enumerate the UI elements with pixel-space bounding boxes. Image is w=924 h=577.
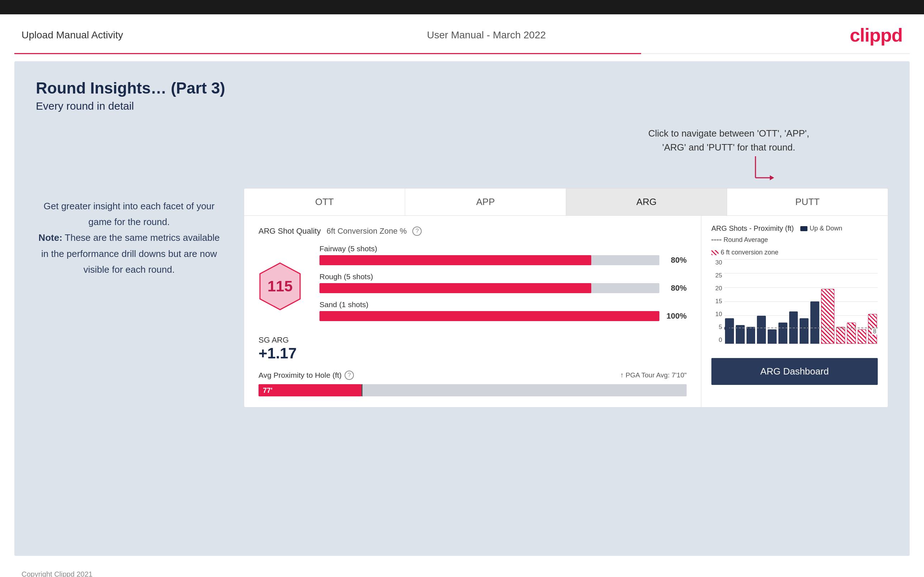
proximity-bar-fill	[258, 384, 362, 396]
bar-pct-fairway: 80%	[665, 256, 687, 265]
legend-box-up-down	[800, 226, 808, 231]
annotation-area: Click to navigate between 'OTT', 'APP','…	[244, 127, 888, 155]
hex-score-value: 115	[268, 278, 292, 295]
legend-round-avg: Round Average	[711, 236, 768, 244]
annotation-arrow	[752, 155, 777, 187]
y-axis: 30 25 20 15 10 5 0	[711, 259, 724, 352]
tab-app[interactable]: APP	[405, 189, 566, 215]
bar-outer-sand	[320, 311, 659, 321]
bar-track-fairway: 80%	[320, 255, 687, 265]
upload-label: Upload Manual Activity	[21, 29, 123, 41]
legend-dashed-line	[711, 239, 721, 240]
bar-section: Fairway (5 shots) 80% Rou	[320, 244, 687, 328]
arrow-area	[244, 155, 888, 187]
bar-label-rough: Rough (5 shots)	[320, 272, 687, 281]
proximity-help-icon[interactable]: ?	[344, 371, 354, 380]
svg-marker-2	[770, 175, 774, 180]
sg-arg-label: SG ARG	[258, 335, 687, 345]
bar-10	[821, 289, 834, 344]
grid-line-0	[724, 344, 878, 344]
tabs-row: OTT APP ARG PUTT	[244, 189, 888, 216]
right-panel: Click to navigate between 'OTT', 'APP','…	[244, 127, 888, 408]
reference-line: 8	[724, 327, 878, 335]
bar-row-rough: Rough (5 shots) 80%	[320, 272, 687, 293]
x-axis-spacer	[724, 344, 878, 352]
chart-title: ARG Shots - Proximity (ft)	[711, 224, 794, 232]
section-subtitle: Every round in detail	[36, 100, 888, 112]
bar-outer-rough	[320, 283, 659, 293]
proximity-marker	[362, 384, 362, 396]
legend-label-up-down: Up & Down	[809, 225, 842, 232]
card-right: ARG Shots - Proximity (ft) Up & Down Rou…	[701, 216, 888, 407]
header: Upload Manual Activity User Manual - Mar…	[0, 15, 924, 53]
footer: Copyright Clippd 2021	[0, 563, 924, 577]
bar-row-sand: Sand (1 shots) 100%	[320, 300, 687, 321]
header-divider	[15, 53, 909, 54]
legend-label-round-avg: Round Average	[724, 236, 768, 244]
y-label-25: 25	[711, 272, 722, 279]
section-title: Round Insights… (Part 3)	[36, 79, 888, 97]
proximity-header: Avg Proximity to Hole (ft) ? ↑ PGA Tour …	[258, 371, 687, 380]
hex-bar-row: 115 Fairway (5 shots)	[258, 244, 687, 328]
y-label-5: 5	[711, 324, 722, 331]
proximity-bar-track: 77'	[258, 384, 687, 396]
bar-fill-rough	[320, 283, 591, 293]
tab-ott[interactable]: OTT	[244, 189, 405, 215]
left-panel: Get greater insight into each facet of y…	[36, 127, 222, 277]
card-section-header: ARG Shot Quality 6ft Conversion Zone % ?	[258, 227, 687, 236]
bar-pct-sand: 100%	[665, 311, 687, 321]
note-label: Note:	[38, 232, 62, 243]
chart-bars-container: 8	[724, 259, 878, 352]
legend-label-conversion: 6 ft conversion zone	[721, 249, 779, 256]
bar-track-sand: 100%	[320, 311, 687, 321]
y-label-30: 30	[711, 259, 722, 266]
sg-arg-value: +1.17	[258, 345, 687, 362]
bar-row-fairway: Fairway (5 shots) 80%	[320, 244, 687, 265]
chart-area: 30 25 20 15 10 5 0	[711, 259, 878, 352]
y-label-10: 10	[711, 311, 722, 318]
bar-label-fairway: Fairway (5 shots)	[320, 244, 687, 253]
bar-track-rough: 80%	[320, 283, 687, 293]
left-description: Get greater insight into each facet of y…	[36, 198, 222, 277]
copyright-text: Copyright Clippd 2021	[21, 570, 92, 577]
sg-arg-section: SG ARG +1.17	[258, 335, 687, 362]
bar-fill-sand	[320, 311, 659, 321]
content-layout: Get greater insight into each facet of y…	[36, 127, 888, 408]
conversion-label: 6ft Conversion Zone %	[326, 227, 407, 236]
bar-outer-fairway	[320, 255, 659, 265]
legend-conversion-zone: 6 ft conversion zone	[711, 249, 878, 256]
arg-dashboard-button[interactable]: ARG Dashboard	[711, 358, 878, 385]
bar-pct-rough: 80%	[665, 284, 687, 293]
clippd-logo: clippd	[850, 24, 903, 46]
arg-shot-quality-label: ARG Shot Quality	[258, 227, 321, 236]
legend-hatched-box	[711, 250, 719, 255]
bar-fill-fairway	[320, 255, 591, 265]
y-label-15: 15	[711, 298, 722, 305]
center-label: User Manual - March 2022	[427, 29, 546, 41]
proximity-label: Avg Proximity to Hole (ft)	[258, 371, 342, 380]
hex-score-wrap: 115	[258, 262, 302, 311]
y-label-20: 20	[711, 285, 722, 292]
ref-dot	[724, 326, 729, 331]
pga-avg-label: ↑ PGA Tour Avg: 7'10"	[620, 371, 687, 379]
bar-label-sand: Sand (1 shots)	[320, 300, 687, 309]
chart-header: ARG Shots - Proximity (ft) Up & Down Rou…	[711, 224, 878, 256]
tab-arg[interactable]: ARG	[566, 189, 727, 215]
proximity-bar-label: 77'	[263, 386, 273, 395]
card-left: ARG Shot Quality 6ft Conversion Zone % ?	[244, 216, 701, 407]
y-label-0: 0	[711, 337, 722, 344]
bar-9	[810, 301, 819, 344]
tab-putt[interactable]: PUTT	[727, 189, 888, 215]
main-card: OTT APP ARG PUTT	[244, 188, 888, 408]
proximity-label-row: Avg Proximity to Hole (ft) ?	[258, 371, 354, 380]
annotation-text: Click to navigate between 'OTT', 'APP','…	[648, 127, 809, 155]
ref-value: 8	[872, 328, 878, 335]
main-content: Round Insights… (Part 3) Every round in …	[15, 61, 909, 556]
help-icon[interactable]: ?	[412, 227, 422, 236]
legend-up-down: Up & Down	[800, 225, 842, 232]
top-bar	[0, 0, 924, 15]
card-body: ARG Shot Quality 6ft Conversion Zone % ?	[244, 216, 888, 407]
